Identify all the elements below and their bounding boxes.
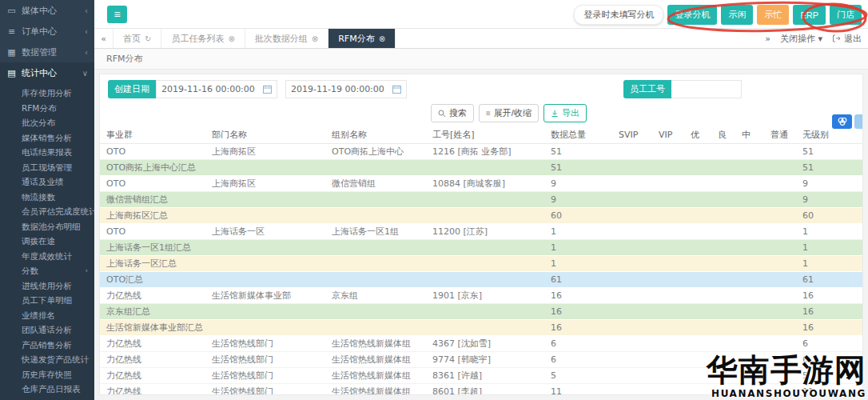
sidebar-item-label: 员工下单明细: [22, 293, 72, 308]
sidebar-item[interactable]: 调拨在途: [0, 234, 94, 249]
sidebar-item[interactable]: 物流接数: [0, 190, 94, 205]
topbar-button[interactable]: 门店: [830, 5, 862, 25]
table-cell: 1: [544, 255, 612, 271]
table-cell: [612, 351, 652, 367]
clipped-tool-button[interactable]: [854, 114, 863, 129]
table-cell: [684, 255, 711, 271]
logout-button[interactable]: 退出: [832, 33, 862, 45]
column-header[interactable]: 部门名称: [205, 126, 325, 143]
sidebar-section-label: 媒体中心: [22, 5, 80, 17]
sidebar-section[interactable]: ▭媒体中心‹: [0, 0, 94, 21]
table-cell: 8361 [许越]: [426, 367, 544, 383]
close-tab-icon[interactable]: ⊗: [228, 34, 234, 43]
chevron-left-icon: ‹: [85, 27, 88, 36]
sidebar-section[interactable]: ▤统计中心∨: [0, 62, 94, 83]
chart-view-button[interactable]: [832, 114, 852, 129]
create-date-label: 创建日期: [108, 80, 156, 98]
table-cell: 61: [796, 271, 833, 287]
column-header[interactable]: 普通: [764, 126, 796, 143]
sidebar-item[interactable]: RFM分布: [0, 101, 94, 116]
column-header[interactable]: VIP: [652, 126, 684, 143]
tab[interactable]: 批次数据分组⊗: [245, 29, 328, 48]
table-row[interactable]: OTO上海商拓区微信营销组10884 [商城客服]99: [100, 175, 862, 191]
table-summary-row[interactable]: 上海话务一区汇总11: [100, 255, 862, 271]
sidebar-item[interactable]: 媒体销售分析: [0, 130, 94, 146]
tabs-scroll-left-button[interactable]: «: [94, 29, 113, 48]
column-header[interactable]: 工号[姓名]: [426, 126, 544, 143]
table-cell: [684, 191, 711, 207]
monitor-icon: ▭: [6, 6, 17, 16]
export-button[interactable]: 导出: [543, 104, 587, 122]
page-title: RFM分布: [106, 54, 142, 64]
close-operations-dropdown[interactable]: 关闭操作 ▾: [780, 33, 822, 45]
column-header[interactable]: 组别名称: [325, 126, 426, 143]
column-header[interactable]: 中: [735, 126, 764, 143]
expand-collapse-button[interactable]: ≡ 展开/收缩: [479, 104, 539, 122]
sidebar-item[interactable]: 实体仓库产品统计: [0, 397, 94, 400]
close-tab-icon[interactable]: ⊗: [379, 34, 385, 43]
sidebar-item[interactable]: 员工下单明细: [0, 293, 94, 308]
close-tab-icon[interactable]: ⊗: [312, 34, 318, 43]
table-cell: 6: [796, 335, 833, 351]
column-header[interactable]: 良: [711, 126, 735, 143]
topbar-button[interactable]: 示忙: [757, 5, 789, 25]
search-button[interactable]: 搜索: [431, 104, 474, 122]
column-header[interactable]: SVIP: [612, 126, 652, 143]
sidebar-item[interactable]: 业绩排名: [0, 308, 94, 323]
table-summary-row[interactable]: 生活馆新媒体事业部汇总1616: [100, 319, 862, 335]
sidebar-item[interactable]: 产品销售分析: [0, 338, 94, 353]
date-to-input[interactable]: 2019-11-19 00:00:00: [285, 80, 407, 98]
tab[interactable]: 首页↻: [113, 29, 161, 48]
sidebar-item-label: 分数: [22, 263, 38, 278]
table-cell: [833, 223, 862, 239]
table-cell: [711, 255, 735, 271]
sidebar-item[interactable]: 库存使用分析: [0, 86, 94, 101]
refresh-icon[interactable]: ↻: [145, 34, 151, 43]
table-summary-row[interactable]: 上海商拓区汇总6060: [100, 207, 862, 223]
tabs-scroll-right-button[interactable]: »: [765, 34, 770, 44]
column-header[interactable]: 数据总量: [544, 126, 612, 143]
sidebar-item[interactable]: 年度成效统计: [0, 249, 94, 264]
table-row[interactable]: 力亿热线生活馆热线部门生活馆热线新媒体组4367 [沈如雪]66: [100, 335, 862, 351]
grid-icon: ▦: [6, 47, 17, 58]
topbar-button[interactable]: 示闲: [721, 5, 753, 25]
sidebar-item[interactable]: 通话及业绩: [0, 174, 94, 190]
column-header[interactable]: 事业群: [100, 126, 205, 143]
date-from-input[interactable]: 2019-11-16 00:00:00: [156, 80, 277, 98]
table-cell: 9: [796, 175, 833, 191]
table-cell: 11: [544, 383, 612, 395]
table-cell: [612, 239, 652, 255]
sidebar-section[interactable]: ≡订单中心‹: [0, 21, 94, 42]
column-header[interactable]: 无级别: [796, 126, 833, 143]
table-cell: 6: [544, 351, 612, 367]
menu-toggle-button[interactable]: ≡: [107, 6, 127, 23]
sidebar-item[interactable]: 电话结果报表: [0, 145, 94, 160]
sidebar-item[interactable]: 团队通话分析: [0, 322, 94, 338]
table-summary-row[interactable]: 京东组汇总1616: [100, 303, 862, 319]
sidebar-item[interactable]: 进线使用分析: [0, 278, 94, 294]
column-header[interactable]: 优: [684, 126, 711, 143]
table-summary-row[interactable]: 微信营销组汇总99: [100, 191, 862, 207]
table-summary-row[interactable]: OTO汇总6161: [100, 271, 862, 287]
sidebar-item[interactable]: 数据池分布明细: [0, 219, 94, 234]
sidebar-item-label: 电话结果报表: [22, 145, 72, 160]
employee-id-input[interactable]: [671, 80, 742, 98]
table-cell: [711, 143, 735, 159]
tab[interactable]: 员工任务列表⊗: [161, 29, 245, 48]
sidebar-item[interactable]: 会员评估完成度统计: [0, 204, 94, 219]
sidebar-item[interactable]: 快递发货产品统计: [0, 352, 94, 367]
table-summary-row[interactable]: OTO商拓上海中心汇总5151: [100, 159, 862, 175]
sidebar-item[interactable]: 历史库存快照: [0, 367, 94, 382]
sidebar-item[interactable]: 仓库产品日报表: [0, 382, 94, 397]
table-row[interactable]: 力亿热线生活馆新媒体事业部京东组1901 [京东]1616: [100, 287, 862, 303]
table-row[interactable]: OTO上海商拓区OTO商拓上海中心1216 [商拓 业务部]5151: [100, 143, 862, 159]
table-summary-row[interactable]: 上海话务一区1组汇总11: [100, 239, 862, 255]
sidebar-item[interactable]: 批次分布: [0, 115, 94, 130]
tab[interactable]: RFM分布⊗: [328, 29, 396, 48]
table-row[interactable]: OTO上海话务一区上海话务一区1组11200 [江苏]11: [100, 223, 862, 239]
topbar-button[interactable]: 登录分机: [667, 5, 717, 25]
sidebar-section[interactable]: ▦数据管理‹: [0, 42, 94, 62]
sidebar-item[interactable]: 员工现场管理: [0, 160, 94, 175]
sidebar-item[interactable]: 分数›: [0, 263, 94, 278]
topbar-button[interactable]: ERP: [793, 5, 826, 25]
